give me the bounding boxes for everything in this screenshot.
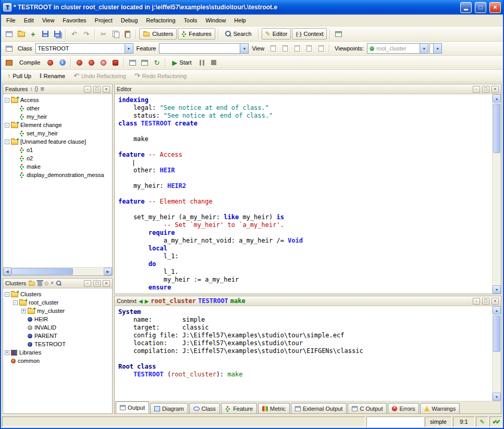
scroll-left-button[interactable]: ◀ bbox=[3, 268, 11, 275]
clusters-toggle-button[interactable]: Clusters bbox=[139, 28, 177, 40]
expand-icon[interactable]: + bbox=[21, 309, 26, 313]
tree-item[interactable]: +o1 bbox=[3, 146, 112, 154]
maximize-panel-button[interactable]: □ bbox=[93, 86, 101, 93]
new-window-icon[interactable] bbox=[4, 29, 15, 40]
close-panel-button[interactable]: × bbox=[103, 280, 110, 287]
menu-tools[interactable]: Tools bbox=[180, 16, 202, 25]
tree-item[interactable]: -Clusters bbox=[3, 290, 112, 298]
minimize-panel-button[interactable]: - bbox=[84, 280, 91, 287]
maximize-panel-button[interactable]: □ bbox=[482, 86, 489, 93]
flat-list-icon[interactable]: ≣ bbox=[40, 86, 44, 92]
remove-icon[interactable]: × bbox=[51, 281, 54, 286]
context-nav-feature[interactable]: make bbox=[230, 297, 245, 305]
chevron-down-icon[interactable]: ▼ bbox=[420, 44, 428, 53]
context-vscrollbar[interactable]: ▲ ▼ bbox=[492, 306, 501, 401]
paste-icon[interactable] bbox=[122, 29, 133, 40]
view-flat-icon[interactable] bbox=[291, 43, 302, 54]
compile-button[interactable]: Compile bbox=[16, 57, 44, 68]
editor-vscrollbar[interactable]: ▲ ▼ bbox=[492, 94, 501, 294]
close-button[interactable]: × bbox=[489, 2, 501, 13]
collapse-icon[interactable]: - bbox=[5, 123, 9, 128]
close-panel-button[interactable]: × bbox=[491, 298, 499, 305]
features-toggle-button[interactable]: Features bbox=[178, 28, 215, 40]
pull-up-button[interactable]: ↑ Pull Up bbox=[4, 70, 35, 82]
tree-item[interactable]: +Libraries bbox=[3, 348, 112, 357]
tree-item[interactable]: +TESTROOT bbox=[3, 340, 112, 348]
search-icon[interactable] bbox=[56, 281, 62, 286]
class-tool-icon[interactable] bbox=[4, 43, 15, 54]
history-forward-icon[interactable]: ▶ bbox=[145, 298, 149, 304]
features-hscrollbar[interactable]: ◀ ▶ bbox=[3, 267, 112, 275]
stop-icon[interactable] bbox=[208, 57, 219, 68]
scroll-right-button[interactable]: ▶ bbox=[104, 268, 112, 275]
diamond-icon[interactable]: ◇ bbox=[44, 281, 48, 286]
rename-button[interactable]: I Rename bbox=[36, 70, 69, 82]
menu-edit[interactable]: Edit bbox=[20, 16, 38, 25]
tree-item[interactable]: +other bbox=[3, 104, 112, 112]
tree-item[interactable]: +display_demonstration_messa bbox=[3, 171, 112, 179]
editor-toggle-button[interactable]: ✎ Editor bbox=[262, 28, 291, 40]
tree-item[interactable]: -[Unnamed feature clause] bbox=[3, 137, 112, 146]
maximize-panel-button[interactable]: □ bbox=[93, 280, 101, 287]
menu-debug[interactable]: Debug bbox=[117, 16, 142, 25]
tab-errors[interactable]: Errors bbox=[388, 403, 419, 413]
minimize-panel-button[interactable]: - bbox=[473, 86, 480, 93]
menu-view[interactable]: View bbox=[38, 16, 59, 25]
compile-settings-icon[interactable] bbox=[4, 57, 15, 68]
tree-item[interactable]: +PARENT bbox=[3, 332, 112, 340]
tab-c-output[interactable]: C Output bbox=[348, 403, 387, 413]
info-icon[interactable] bbox=[57, 57, 68, 68]
finalize-icon[interactable] bbox=[98, 57, 109, 68]
expand-icon[interactable]: + bbox=[5, 350, 9, 355]
refresh-icon[interactable]: ↻ bbox=[151, 57, 162, 68]
chevron-down-icon[interactable]: ▼ bbox=[240, 44, 248, 53]
cut-icon[interactable]: ✂ bbox=[98, 29, 109, 40]
new-tab-icon[interactable]: + bbox=[28, 29, 39, 40]
close-panel-button[interactable]: × bbox=[103, 86, 110, 93]
viewpoint-extra-combo[interactable]: ▼ bbox=[429, 43, 442, 54]
view-clickable-icon[interactable] bbox=[279, 43, 290, 54]
redo-refactoring-button[interactable]: ↷ Redo Refactoring bbox=[131, 70, 191, 82]
tree-item[interactable]: +HEIR bbox=[3, 315, 112, 323]
title-bar[interactable]: * TESTROOT in cluster root_cluster locat… bbox=[1, 0, 503, 15]
scroll-down-button[interactable]: ▼ bbox=[493, 285, 501, 294]
chevron-down-icon[interactable]: ▼ bbox=[433, 44, 441, 53]
freeze-icon[interactable] bbox=[86, 57, 97, 68]
scrollbar-thumb[interactable] bbox=[11, 268, 73, 275]
restore-button[interactable]: □ bbox=[475, 2, 486, 13]
redo-icon[interactable]: ↷ bbox=[81, 29, 92, 40]
view-basic-icon[interactable] bbox=[267, 43, 278, 54]
launch-system-icon[interactable] bbox=[139, 57, 150, 68]
tree-item[interactable]: -Element change bbox=[3, 121, 112, 129]
tree-item[interactable]: +set_my_heir bbox=[3, 129, 112, 137]
collapse-icon[interactable]: - bbox=[5, 140, 9, 144]
tree-item[interactable]: +o2 bbox=[3, 154, 112, 162]
tree-item[interactable]: +common bbox=[3, 357, 112, 365]
delete-icon[interactable] bbox=[38, 281, 42, 286]
undo-refactoring-button[interactable]: ↶ Undo Refactoring bbox=[70, 70, 130, 82]
history-back-icon[interactable]: ◀ bbox=[139, 298, 143, 304]
open-icon[interactable] bbox=[16, 29, 27, 40]
minimize-panel-button[interactable]: - bbox=[473, 298, 480, 305]
tab-output[interactable]: Output bbox=[116, 401, 149, 413]
new-cluster-icon[interactable] bbox=[29, 282, 35, 286]
menu-project[interactable]: Project bbox=[91, 16, 117, 25]
tree-item[interactable]: -Access bbox=[3, 96, 112, 104]
menu-refactoring[interactable]: Refactoring bbox=[142, 16, 179, 25]
copy-icon[interactable] bbox=[110, 29, 121, 40]
tab-metric[interactable]: Metric bbox=[258, 403, 290, 413]
menu-help[interactable]: Help bbox=[230, 16, 250, 25]
scroll-up-button[interactable]: ▲ bbox=[493, 306, 501, 314]
pause-icon[interactable] bbox=[196, 57, 207, 68]
tree-item[interactable]: +make bbox=[3, 162, 112, 171]
collapse-icon[interactable]: - bbox=[5, 98, 9, 103]
context-nav-cluster[interactable]: root_cluster bbox=[151, 297, 196, 305]
collapse-icon[interactable]: - bbox=[5, 292, 9, 297]
menu-favorites[interactable]: Favorites bbox=[58, 16, 90, 25]
scrollbar-thumb[interactable] bbox=[493, 104, 500, 153]
viewpoints-combo[interactable]: root_cluster ▼ bbox=[367, 43, 428, 54]
tree-item[interactable]: -root_cluster bbox=[3, 298, 112, 307]
tree-item[interactable]: +my_cluster bbox=[3, 307, 112, 315]
tab-warnings[interactable]: Warnings bbox=[420, 403, 460, 413]
maximize-panel-button[interactable]: □ bbox=[482, 298, 489, 305]
